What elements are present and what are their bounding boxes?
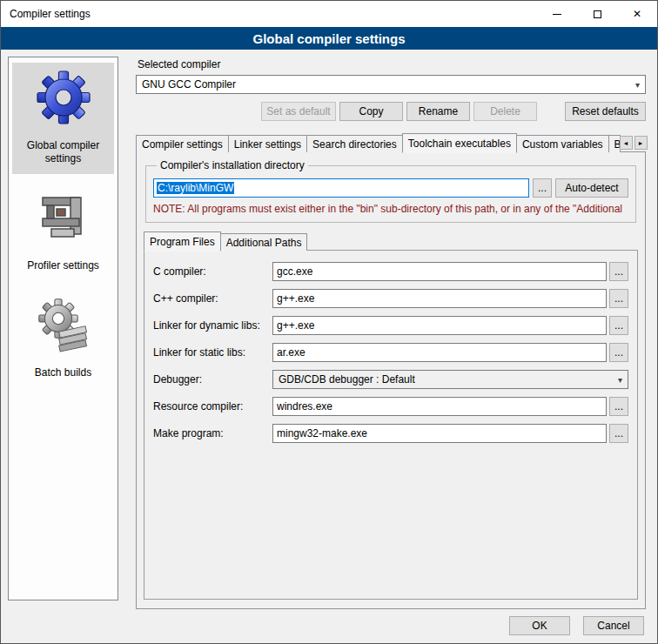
tab-scroll-buttons: ◄ ► [620, 136, 648, 152]
tab-custom-variables[interactable]: Custom variables [516, 135, 609, 152]
cpp-compiler-browse-button[interactable]: ... [609, 289, 628, 308]
c-compiler-input[interactable] [272, 262, 607, 281]
resource-compiler-browse-button[interactable]: ... [609, 397, 628, 416]
program-files-tabs: Program Files Additional Paths [144, 231, 638, 251]
auto-detect-button[interactable]: Auto-detect [555, 178, 628, 198]
tab-scroll-left-button[interactable]: ◄ [620, 136, 633, 150]
debugger-row: Debugger: GDB/CDB debugger : Default ▾ [153, 370, 628, 389]
debugger-select-value: GDB/CDB debugger : Default [279, 373, 415, 386]
maximize-button[interactable] [577, 1, 617, 27]
sidebar-item-label: Profiler settings [20, 259, 107, 272]
minimize-icon [553, 14, 561, 15]
profiler-tool-icon [36, 190, 91, 245]
dialog-footer: OK Cancel [509, 616, 644, 635]
tab-additional-paths[interactable]: Additional Paths [220, 233, 308, 251]
sidebar-item-batch-builds[interactable]: Batch builds [12, 290, 114, 388]
program-files-panel: C compiler: ... C++ compiler: ... Linker… [144, 250, 638, 600]
tab-scroll-right-button[interactable]: ► [634, 136, 648, 150]
page-title: Global compiler settings [1, 27, 657, 50]
reset-defaults-button[interactable]: Reset defaults [565, 102, 646, 121]
main-panel: Selected compiler GNU GCC Compiler ▾ Set… [136, 57, 646, 609]
make-program-row: Make program: ... [153, 424, 628, 443]
sidebar-item-profiler-settings[interactable]: Profiler settings [12, 183, 114, 281]
compiler-select-value: GNU GCC Compiler [142, 78, 236, 91]
debugger-label: Debugger: [153, 373, 272, 386]
sidebar-item-label: Batch builds [20, 366, 107, 379]
rename-button[interactable]: Rename [406, 102, 470, 121]
arrow-right-icon: ► [638, 140, 644, 146]
selected-compiler-label: Selected compiler [138, 58, 646, 70]
c-compiler-row: C compiler: ... [153, 262, 628, 281]
compiler-settings-window: Compiler settings ✕ Global compiler sett… [0, 0, 658, 644]
title-bar: Compiler settings ✕ [1, 1, 657, 27]
cpp-compiler-input[interactable] [272, 289, 607, 308]
tab-build-options[interactable]: Build [608, 135, 621, 152]
delete-button[interactable]: Delete [473, 102, 537, 121]
dynamic-linker-browse-button[interactable]: ... [609, 316, 628, 335]
cpp-compiler-label: C++ compiler: [153, 292, 272, 305]
dynamic-linker-input[interactable] [272, 316, 607, 335]
tab-toolchain-executables[interactable]: Toolchain executables [402, 133, 517, 153]
static-linker-input[interactable] [272, 343, 607, 362]
install-dir-browse-button[interactable]: ... [533, 178, 552, 198]
installation-directory-group-title: Compiler's installation directory [157, 159, 308, 171]
sidebar-item-label: Global compiler settings [20, 139, 107, 165]
cancel-button[interactable]: Cancel [583, 616, 644, 635]
resource-compiler-row: Resource compiler: ... [153, 397, 628, 416]
toolchain-executables-panel: Compiler's installation directory C:\ray… [136, 151, 646, 609]
debugger-select[interactable]: GDB/CDB debugger : Default ▾ [272, 370, 628, 389]
copy-button[interactable]: Copy [339, 102, 403, 121]
close-button[interactable]: ✕ [617, 1, 657, 27]
bin-subdirectory-note: NOTE: All programs must exist either in … [153, 203, 628, 215]
chevron-down-icon: ▾ [635, 80, 640, 90]
dynamic-linker-row: Linker for dynamic libs: ... [153, 316, 628, 335]
arrow-left-icon: ◄ [623, 140, 629, 146]
make-program-browse-button[interactable]: ... [609, 424, 628, 443]
gray-gear-documents-icon [36, 297, 91, 352]
window-controls: ✕ [537, 1, 657, 27]
cpp-compiler-row: C++ compiler: ... [153, 289, 628, 308]
settings-tabs: Compiler settings Linker settings Search… [136, 132, 646, 152]
chevron-down-icon: ▾ [618, 375, 622, 385]
static-linker-label: Linker for static libs: [153, 346, 272, 359]
c-compiler-label: C compiler: [153, 265, 272, 278]
installation-directory-group: Compiler's installation directory C:\ray… [145, 159, 636, 223]
close-icon: ✕ [633, 8, 641, 20]
tab-program-files[interactable]: Program Files [144, 231, 221, 252]
make-program-label: Make program: [153, 427, 272, 439]
compiler-select[interactable]: GNU GCC Compiler ▾ [136, 75, 646, 94]
minimize-button[interactable] [537, 1, 577, 27]
tab-linker-settings[interactable]: Linker settings [228, 135, 307, 152]
make-program-input[interactable] [272, 424, 607, 443]
set-as-default-button[interactable]: Set as default [261, 102, 336, 121]
blue-gear-icon [36, 70, 91, 125]
install-dir-selected-text: C:\raylib\MinGW [157, 182, 234, 194]
dialog-body: Global compiler settings [1, 50, 657, 643]
tab-search-directories[interactable]: Search directories [306, 135, 403, 152]
resource-compiler-label: Resource compiler: [153, 400, 272, 413]
dynamic-linker-label: Linker for dynamic libs: [153, 319, 272, 332]
static-linker-browse-button[interactable]: ... [609, 343, 628, 362]
resource-compiler-input[interactable] [272, 397, 607, 416]
static-linker-row: Linker for static libs: ... [153, 343, 628, 362]
sidebar-item-global-compiler-settings[interactable]: Global compiler settings [12, 63, 114, 174]
window-title: Compiler settings [1, 8, 537, 20]
maximize-icon [594, 10, 601, 18]
installation-directory-row: C:\raylib\MinGW ... Auto-detect [153, 178, 628, 198]
c-compiler-browse-button[interactable]: ... [609, 262, 628, 281]
tab-compiler-settings[interactable]: Compiler settings [136, 135, 229, 152]
compiler-actions: Set as default Copy Rename Delete Reset … [136, 102, 646, 121]
settings-category-list: Global compiler settings [8, 57, 118, 600]
install-dir-input[interactable]: C:\raylib\MinGW [153, 178, 529, 198]
ok-button[interactable]: OK [509, 616, 570, 635]
